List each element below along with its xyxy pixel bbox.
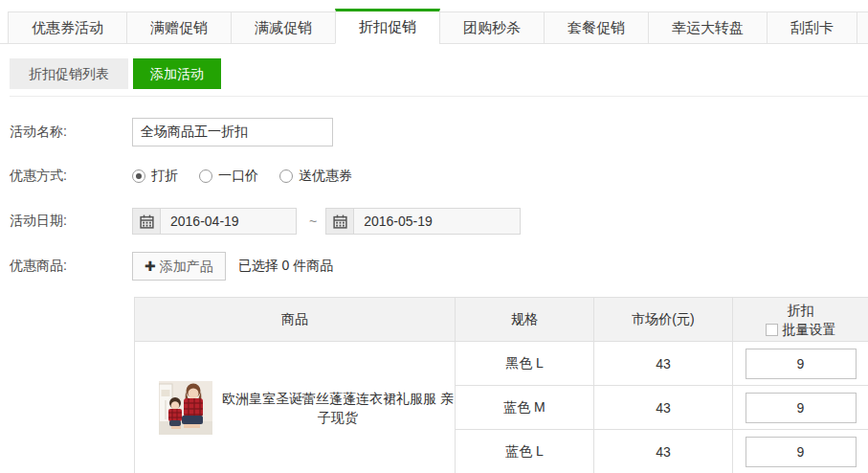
discount-list-button[interactable]: 折扣促销列表: [10, 58, 128, 89]
tab-package-promo[interactable]: 套餐促销: [544, 11, 649, 44]
discount-input[interactable]: [746, 437, 857, 467]
activity-date-row: 活动日期: 2016-04-19 ~ 2016-0: [10, 208, 868, 235]
radio-option-label: 送优惠券: [299, 168, 352, 185]
add-product-button[interactable]: ✚ 添加产品: [132, 252, 226, 281]
tab-coupon-activity[interactable]: 优惠券活动: [8, 11, 127, 44]
batch-set-label: 批量设置: [783, 322, 836, 337]
header-discount-title: 折扣: [734, 301, 867, 320]
radio-option-give-coupon[interactable]: 送优惠券: [279, 168, 352, 185]
discount-cell: [733, 430, 868, 473]
products-table: 商品 规格 市场价(元) 折扣 批量设置: [134, 297, 868, 473]
tab-scratch-card[interactable]: 刮刮卡: [767, 11, 857, 44]
product-cell: 欧洲皇室圣诞蕾丝蓬蓬连衣裙礼服服 亲子现货: [135, 342, 456, 473]
promo-products-label: 优惠商品:: [10, 258, 132, 275]
radio-option-label: 打折: [151, 168, 178, 185]
table-header-row: 商品 规格 市场价(元) 折扣 批量设置: [135, 298, 868, 342]
price-cell: 43: [594, 342, 733, 386]
spec-cell: 蓝色 L: [456, 430, 594, 473]
activity-name-input[interactable]: [132, 118, 333, 146]
radio-selected-icon[interactable]: [132, 169, 145, 183]
discount-input[interactable]: [746, 349, 857, 379]
radio-unselected-icon[interactable]: [279, 169, 293, 183]
product-image: [159, 381, 212, 435]
end-date-picker[interactable]: 2016-05-19: [325, 208, 521, 235]
start-date-value[interactable]: 2016-04-19: [161, 209, 239, 234]
discount-cell: [733, 386, 868, 430]
discount-input[interactable]: [746, 393, 857, 423]
tab-group-seckill[interactable]: 团购秒杀: [439, 11, 545, 44]
calendar-icon[interactable]: [133, 209, 161, 234]
radio-option-dazhe[interactable]: 打折: [132, 168, 178, 185]
tab-lucky-wheel[interactable]: 幸运大转盘: [648, 11, 768, 44]
price-cell: 43: [594, 430, 733, 473]
radio-option-fixed-price[interactable]: 一口价: [199, 168, 258, 185]
tab-discount-promo[interactable]: 折扣促销: [335, 9, 440, 44]
batch-set-checkbox[interactable]: [766, 324, 778, 336]
tab-full-gift-promo[interactable]: 满赠促销: [126, 11, 232, 44]
radio-unselected-icon[interactable]: [199, 169, 212, 183]
header-discount: 折扣 批量设置: [733, 298, 868, 342]
activity-name-row: 活动名称:: [10, 118, 868, 146]
sub-tab-bar: 折扣促销列表 添加活动: [10, 58, 868, 97]
selected-count-text: 已选择 0 件商品: [238, 258, 334, 275]
activity-name-label: 活动名称:: [10, 124, 132, 141]
product-title: 欧洲皇室圣诞蕾丝蓬蓬连衣裙礼服服 亲子现货: [222, 389, 454, 427]
header-price: 市场价(元): [594, 298, 733, 342]
table-row: 欧洲皇室圣诞蕾丝蓬蓬连衣裙礼服服 亲子现货 黑色 L 43: [135, 342, 868, 386]
discount-method-label: 优惠方式:: [10, 168, 132, 185]
radio-option-label: 一口价: [218, 168, 258, 185]
promo-products-row: 优惠商品: ✚ 添加产品 已选择 0 件商品: [10, 252, 868, 281]
date-range-separator: ~: [309, 214, 317, 229]
end-date-value[interactable]: 2016-05-19: [354, 209, 433, 234]
discount-cell: [733, 342, 868, 386]
header-product: 商品: [135, 298, 456, 342]
start-date-picker[interactable]: 2016-04-19: [132, 208, 297, 235]
spec-cell: 蓝色 M: [456, 386, 594, 430]
price-cell: 43: [594, 386, 733, 430]
discount-method-row: 优惠方式: 打折 一口价 送优惠券: [10, 162, 868, 191]
activity-date-label: 活动日期:: [10, 213, 132, 230]
tab-full-reduction-promo[interactable]: 满减促销: [231, 11, 336, 44]
tab-pintuan-seckill[interactable]: 拼团秒杀: [857, 11, 868, 44]
calendar-icon[interactable]: [326, 209, 354, 234]
plus-icon: ✚: [145, 253, 156, 280]
promo-tab-bar: 优惠券活动 满赠促销 满减促销 折扣促销 团购秒杀 套餐促销 幸运大转盘 刮刮卡…: [0, 9, 868, 44]
header-spec: 规格: [456, 298, 594, 342]
spec-cell: 黑色 L: [456, 342, 594, 386]
add-activity-button[interactable]: 添加活动: [133, 58, 221, 89]
add-product-label: 添加产品: [160, 253, 213, 280]
